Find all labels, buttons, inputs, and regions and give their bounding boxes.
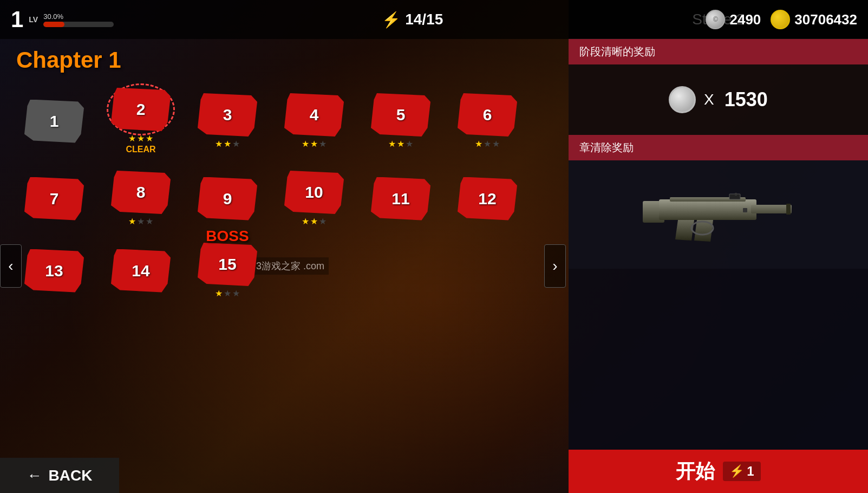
stage-12-num: 12 xyxy=(478,190,496,208)
gun-reward-image xyxy=(643,182,794,247)
stage-15-badge: 15 BOSS xyxy=(198,243,257,286)
star-1: ★ xyxy=(128,216,136,226)
star-2: ★ xyxy=(397,139,404,149)
energy-text: 14/15 xyxy=(405,11,443,28)
chapter-clear-content xyxy=(569,160,868,269)
star-3: ★ xyxy=(232,288,240,299)
stage-11-badge: 11 xyxy=(371,177,430,220)
stage-10-stars: ★ ★ ★ xyxy=(302,216,327,226)
stage-5-stars: ★ ★ ★ xyxy=(388,139,413,149)
start-button[interactable]: 开始 ⚡ 1 xyxy=(569,450,868,493)
star-1: ★ xyxy=(388,139,396,149)
main-content: Chapter 1 ‹ › 1 2 xyxy=(0,39,569,493)
stage-reward-title: 阶段清晰的奖励 xyxy=(579,46,655,57)
stage-11-num: 11 xyxy=(391,190,409,208)
xp-percent: 30.0% xyxy=(43,12,114,21)
stage-4-num: 4 xyxy=(310,106,319,124)
star-2: ★ xyxy=(310,216,318,226)
svg-rect-10 xyxy=(743,208,747,212)
star-1: ★ xyxy=(302,139,309,149)
start-energy-num: 1 xyxy=(747,464,754,479)
level-number: 1 xyxy=(11,8,23,31)
stage-grid: 1 2 ★ ★ ★ CLEAR xyxy=(11,88,558,450)
gold-icon xyxy=(771,10,790,29)
nav-prev-button[interactable]: ‹ xyxy=(0,244,22,288)
stage-10-badge: 10 xyxy=(284,171,344,214)
chapter-clear-title: 章清除奖励 xyxy=(579,141,634,153)
stage-5-badge: 5 xyxy=(371,93,430,137)
back-label: BACK xyxy=(49,467,93,484)
star-2: ★ xyxy=(224,288,231,299)
stage-4-badge: 4 xyxy=(284,93,344,137)
star-3: ★ xyxy=(492,139,500,149)
stage-10[interactable]: 10 ★ ★ ★ xyxy=(271,171,357,226)
stage-15-stars: ★ ★ ★ xyxy=(215,288,240,299)
star-3: ★ xyxy=(146,216,153,226)
stage-11[interactable]: 11 xyxy=(357,177,444,220)
stage-1-badge: 1 xyxy=(24,100,84,143)
stage-9[interactable]: 9 xyxy=(184,177,271,220)
lightning-icon: ⚡ xyxy=(382,11,401,29)
star-1: ★ xyxy=(302,216,309,226)
currency-gold: 30706432 xyxy=(794,11,857,28)
stage-12-badge: 12 xyxy=(458,177,517,220)
stage-2-badge: 2 xyxy=(111,88,171,131)
stage-3-stars: ★ ★ ★ xyxy=(215,139,240,149)
stage-2[interactable]: 2 ★ ★ ★ CLEAR xyxy=(97,88,184,154)
svg-rect-3 xyxy=(751,205,792,213)
currency-coins: 2490 xyxy=(729,11,761,28)
star-1: ★ xyxy=(215,139,223,149)
stage-row-2: 7 8 ★ ★ ★ 9 xyxy=(11,171,558,226)
boss-label: BOSS xyxy=(206,228,249,245)
stage-13-badge: 13 xyxy=(24,249,84,293)
right-panel: Stage 2 阶段清晰的奖励 X 1530 章清除奖励 xyxy=(569,0,868,493)
stage-13[interactable]: 13 xyxy=(11,249,97,293)
right-arrow-icon: › xyxy=(552,257,557,275)
level-label: LV xyxy=(29,15,38,24)
currency-section: © 2490 30706432 xyxy=(706,10,857,29)
stage-7[interactable]: 7 xyxy=(11,177,97,220)
stage-1-num: 1 xyxy=(50,112,59,131)
reward-section: 阶段清晰的奖励 X 1530 章清除奖励 xyxy=(569,39,868,269)
stage-14-num: 14 xyxy=(132,262,149,280)
chapter-clear-header: 章清除奖励 xyxy=(569,135,868,160)
xp-bar-fill xyxy=(43,22,64,27)
stage-9-num: 9 xyxy=(223,190,232,208)
star-1: ★ xyxy=(475,139,482,149)
start-lightning-icon: ⚡ xyxy=(729,464,744,478)
stage-15[interactable]: 15 BOSS ★ ★ ★ xyxy=(184,243,271,299)
stage-9-badge: 9 xyxy=(198,177,257,220)
coin-reward-icon xyxy=(669,86,696,113)
stage-3-badge: 3 xyxy=(198,93,257,137)
stage-8[interactable]: 8 ★ ★ ★ xyxy=(97,171,184,226)
stage-3[interactable]: 3 ★ ★ ★ xyxy=(184,93,271,149)
star-3: ★ xyxy=(232,139,240,149)
start-label: 开始 xyxy=(676,458,715,485)
stage-12[interactable]: 12 xyxy=(444,177,531,220)
stage-14-badge: 14 xyxy=(111,249,171,293)
coin-reward: X 1530 xyxy=(669,86,768,113)
stage-8-badge: 8 xyxy=(111,171,171,214)
stage-1[interactable]: 1 xyxy=(11,100,97,143)
stage-6-num: 6 xyxy=(483,106,492,124)
stage-14[interactable]: 14 xyxy=(97,249,184,293)
reward-multiply: X xyxy=(704,91,714,108)
svg-rect-9 xyxy=(735,193,737,196)
stage-4[interactable]: 4 ★ ★ ★ xyxy=(271,93,357,149)
stage-8-num: 8 xyxy=(136,183,146,202)
star-2: ★ xyxy=(137,216,145,226)
stage-5[interactable]: 5 ★ ★ ★ xyxy=(357,93,444,149)
reward-amount: 1530 xyxy=(725,88,768,111)
star-3: ★ xyxy=(319,139,327,149)
nav-next-button[interactable]: › xyxy=(544,244,566,288)
stage-6[interactable]: 6 ★ ★ ★ xyxy=(444,93,531,149)
star-1: ★ xyxy=(215,288,223,299)
stage-8-stars: ★ ★ ★ xyxy=(128,216,153,226)
stage-13-num: 13 xyxy=(45,262,63,280)
stage-2-clear: CLEAR xyxy=(126,145,155,154)
back-button[interactable]: ← BACK xyxy=(0,458,119,493)
energy-section: ⚡ 14/15 xyxy=(119,11,706,29)
star-3: ★ xyxy=(319,216,327,226)
back-arrow-icon: ← xyxy=(27,467,42,484)
svg-rect-4 xyxy=(786,204,791,215)
